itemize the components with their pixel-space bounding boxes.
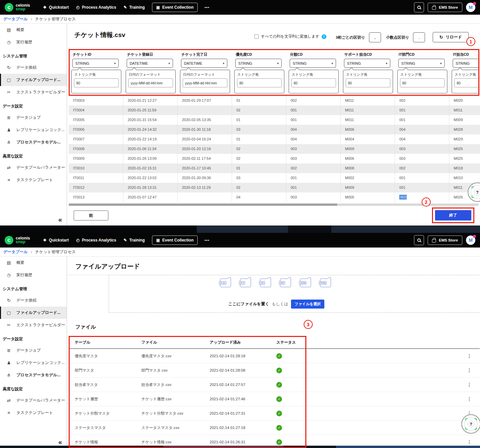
sidebar-item[interactable]: プロセスデータモデル...	[0, 369, 67, 381]
column-config-input[interactable]	[291, 78, 336, 87]
sidebar-item[interactable]: データ接続	[0, 294, 67, 307]
sidebar-collapse-button[interactable]: «	[58, 216, 62, 223]
table-row[interactable]: IT0007 2020-01-22 14:19 2020-02-04 16:24…	[69, 134, 480, 144]
column-config-input[interactable]	[128, 78, 173, 87]
kebab-menu-icon[interactable]: ⋮	[467, 382, 472, 387]
file-row[interactable]: 部門マスタ 部門マスタ.csv 2021-02-14 01:28:08 ✓ ⋮	[69, 363, 480, 378]
table-row[interactable]: IT0004 2020-01-25 11:59 02 001 M011 001 …	[69, 105, 480, 115]
sidebar-item[interactable]: システム管理	[0, 281, 67, 294]
table-row[interactable]: IT0008 2020-01-06 11:34 2020-01-20 12:16…	[69, 144, 480, 154]
kebab-menu-icon[interactable]: ⋮	[467, 353, 472, 359]
horizontal-scrollbar[interactable]	[69, 203, 479, 206]
nav-item[interactable]: Quickstart	[43, 238, 69, 243]
file-row[interactable]: ステータスマスタ ステータスマスタ.csv 2021-02-14 01:27:1…	[69, 421, 480, 435]
select-files-button[interactable]: ファイルを選択	[291, 300, 324, 309]
table-row[interactable]: IT0006 2020-01-24 14:32 2020-01-30 11:18…	[69, 125, 480, 134]
sidebar-item[interactable]: エクストラクタービルダー	[0, 319, 67, 331]
celonis-snap-logo[interactable]: c celonissnap	[5, 3, 30, 12]
sidebar-item[interactable]: 実行履歴	[0, 269, 67, 281]
file-dropzone[interactable]: XLSXXLSCSVXESJSONPARQ ここにファイルを置く もしくは ファ…	[109, 275, 480, 313]
column-type-select[interactable]: STRING ▾	[344, 59, 390, 68]
table-row[interactable]: IT0010 2020-01-02 15:31 2020-01-17 10:45…	[69, 163, 480, 173]
sidebar-item[interactable]: レプリケーションコック...	[0, 357, 67, 369]
user-avatar[interactable]: M	[466, 236, 475, 245]
table-row[interactable]: IT0013 2020-01-07 12:47 04 003 M005 003 …	[69, 192, 480, 202]
finish-button[interactable]: 終了	[435, 210, 471, 220]
file-row[interactable]: チケット履歴 チケット履歴.csv 2021-02-14 01:27:46 ✓ …	[69, 392, 480, 406]
column-config-input[interactable]	[74, 78, 119, 87]
breadcrumb-root-link[interactable]: データプール	[3, 249, 28, 255]
file-row[interactable]: チケット分類マスタ チケット分類マスタ.csv 2021-02-14 01:27…	[69, 406, 480, 421]
nav-item[interactable]: Training	[124, 238, 145, 243]
column-config-input[interactable]	[183, 78, 227, 87]
ems-store-button[interactable]: EMS Store	[428, 236, 462, 245]
sidebar-item[interactable]: プロセスデータモデル...	[0, 136, 67, 148]
sidebar-item[interactable]: データ設定	[0, 331, 67, 344]
sidebar-item[interactable]: データ接続	[0, 61, 67, 74]
sidebar-item[interactable]: レプリケーションコック...	[0, 124, 67, 136]
sidebar-item[interactable]: 概要	[0, 257, 67, 269]
column-config-input[interactable]	[346, 78, 390, 87]
nav-more-button[interactable]: •••	[205, 238, 210, 242]
sidebar-item[interactable]: システム管理	[0, 48, 67, 61]
column-type-select[interactable]: DATETIME ▾	[127, 59, 173, 68]
reload-button[interactable]: リロード	[433, 32, 469, 42]
nav-item[interactable]: Process Analytics	[76, 238, 116, 243]
kebab-menu-icon[interactable]: ⋮	[467, 368, 472, 373]
decimal-separator-input[interactable]	[413, 32, 425, 42]
table-row[interactable]: IT0011 2020-01-22 13:02 2020-01-30 09:36…	[69, 173, 480, 183]
column-type-select[interactable]: STRING ▾	[453, 59, 479, 68]
sidebar-item[interactable]: データジョブ	[0, 344, 67, 357]
search-button[interactable]	[414, 2, 424, 12]
help-widget[interactable]: ?	[461, 414, 480, 434]
user-avatar[interactable]: M	[466, 3, 475, 12]
sidebar-item[interactable]: データジョブ	[0, 111, 67, 124]
ems-store-button[interactable]: EMS Store	[428, 3, 462, 12]
sidebar-item[interactable]: 高度な設定	[0, 148, 67, 161]
file-row[interactable]: 優先度マスタ 優先度マスタ.csv 2021-02-14 01:28:18 ✓ …	[69, 349, 480, 363]
cell-category: 002	[286, 96, 340, 105]
nav-item[interactable]: Quickstart	[43, 5, 69, 10]
breadcrumb-root-link[interactable]: データプール	[3, 16, 28, 22]
sidebar-item[interactable]: 高度な設定	[0, 381, 67, 394]
nav-item[interactable]: Event Collection	[152, 3, 197, 12]
column-type-select[interactable]: STRING ▾	[72, 59, 119, 68]
nav-item[interactable]: Training	[124, 5, 145, 10]
sidebar-item[interactable]: 概要	[0, 24, 67, 36]
nav-item[interactable]: Process Analytics	[76, 5, 116, 10]
sidebar-item[interactable]: データ設定	[0, 98, 67, 111]
column-type-select[interactable]: STRING ▾	[235, 59, 282, 68]
column-type-select[interactable]: DATETIME ▾	[181, 59, 227, 68]
convert-to-string-checkbox[interactable]	[254, 34, 259, 39]
column-config-input[interactable]	[454, 78, 479, 87]
sidebar-item[interactable]: タスクテンプレート	[0, 174, 67, 186]
column-config-label: 日付のフォーマット	[180, 70, 230, 78]
scrollbar-thumb[interactable]	[69, 203, 337, 206]
column-config-input[interactable]	[400, 78, 445, 87]
table-row[interactable]: IT0005 2020-01-31 15:54 2020-02-05 13:35…	[69, 115, 480, 125]
column-type-select[interactable]: STRING ▾	[290, 59, 336, 68]
table-row[interactable]: IT0012 2020-01-28 13:31 2020-02-13 11:29…	[69, 183, 480, 192]
search-button[interactable]	[414, 235, 424, 245]
thousands-separator-input[interactable]	[369, 32, 381, 42]
celonis-snap-logo[interactable]: c celonissnap	[5, 236, 30, 245]
column-config-input[interactable]	[237, 78, 282, 87]
sidebar-item[interactable]: ファイルアップロード...	[0, 307, 67, 319]
kebab-menu-icon[interactable]: ⋮	[467, 439, 472, 445]
nav-item[interactable]: Event Collection	[152, 236, 197, 245]
sidebar-item[interactable]: データプールパラメーター	[0, 161, 67, 174]
info-icon[interactable]	[322, 34, 326, 39]
table-row[interactable]: IT0009 2020-01-26 13:09 2020-02-11 17:54…	[69, 154, 480, 163]
sidebar-item[interactable]: エクストラクタービルダー	[0, 86, 67, 98]
nav-more-button[interactable]: •••	[205, 5, 210, 9]
sidebar-item[interactable]: 実行履歴	[0, 36, 67, 48]
table-row[interactable]: IT0003 2020-01-21 12:27 2020-01-29 17:07…	[69, 96, 480, 105]
kebab-menu-icon[interactable]: ⋮	[467, 396, 472, 402]
sidebar-item[interactable]: タスクテンプレート	[0, 407, 67, 419]
sidebar-item[interactable]: ファイルアップロード...	[0, 74, 67, 86]
previous-button[interactable]: 前	[74, 210, 108, 220]
sidebar-collapse-button[interactable]: «	[58, 438, 62, 446]
file-row[interactable]: 担当者マスタ 担当者マスタ.csv 2021-02-14 01:27:57 ✓ …	[69, 378, 480, 392]
column-type-select[interactable]: STRING ▾	[398, 59, 445, 68]
sidebar-item[interactable]: データプールパラメーター	[0, 394, 67, 407]
